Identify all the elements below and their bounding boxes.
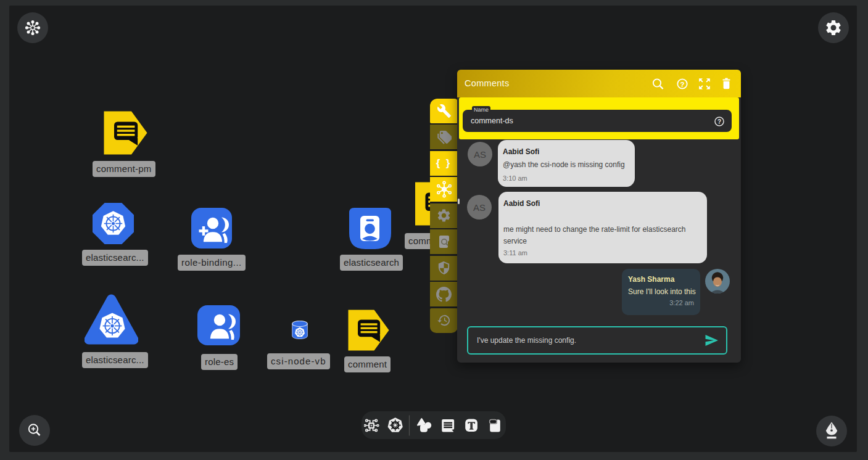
svg-text:?: ? bbox=[680, 81, 684, 88]
svg-text:?: ? bbox=[717, 118, 721, 125]
